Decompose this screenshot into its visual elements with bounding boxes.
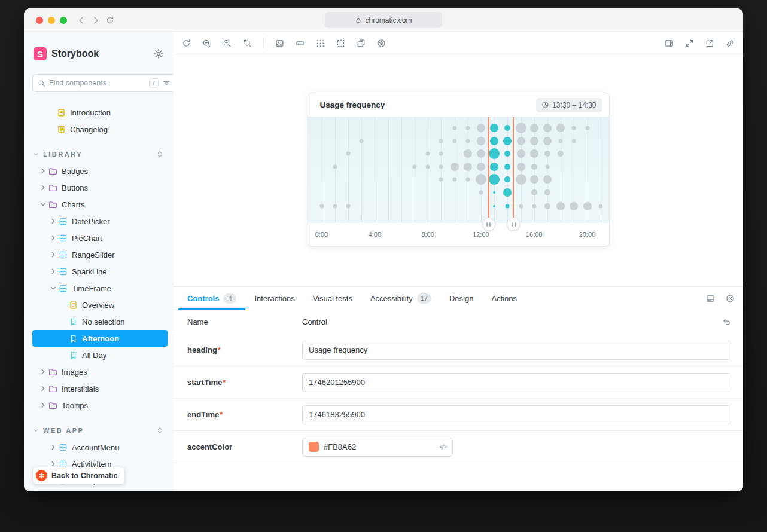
panel-position-icon[interactable] [665,39,674,48]
sidebar-item-afternoon[interactable]: Afternoon [32,330,168,347]
sidebar-item-changelog[interactable]: Changelog [32,121,168,137]
frequency-dot [504,164,510,170]
reset-controls-icon[interactable] [722,317,731,326]
chevron-right-icon[interactable] [39,401,47,409]
tab-actions[interactable]: Actions [482,287,526,310]
forward-icon[interactable] [91,16,101,25]
tab-design[interactable]: Design [440,287,482,310]
reload-icon[interactable] [105,16,115,25]
frequency-dot [489,174,500,185]
range-start-handle[interactable] [482,218,495,231]
sidebar-item-piechart[interactable]: PieChart [32,230,168,246]
sidebar-item-all-day[interactable]: All Day [32,347,168,363]
expand-collapse-icon[interactable] [156,150,164,158]
zoom-window-button[interactable] [60,17,67,24]
chevron-right-icon[interactable] [39,167,47,175]
frequency-dot [598,204,602,209]
sidebar-item-charts[interactable]: Charts [32,196,168,213]
close-panel-icon[interactable] [726,294,735,303]
sidebar-item-overview[interactable]: Overview [32,296,168,313]
accessibility-icon[interactable] [377,39,386,48]
color-control-accentColor[interactable]: #FB8A62</> [302,438,453,457]
frequency-dot [333,204,337,209]
frequency-dot [452,139,456,143]
frequency-dot [465,126,470,130]
text-control-endTime[interactable] [302,405,731,424]
frequency-dot [477,163,485,171]
text-control-heading[interactable] [302,341,731,360]
close-window-button[interactable] [36,17,43,24]
sidebar-item-interstitials[interactable]: Interstitials [32,380,168,397]
gridline [401,117,402,223]
sidebar-item-rangeslider[interactable]: RangeSlider [32,246,168,263]
zoom-in-icon[interactable] [202,39,211,48]
sidebar-item-label: Afternoon [82,334,119,343]
back-icon[interactable] [77,16,86,25]
zoom-out-icon[interactable] [223,39,232,48]
chevron-down-icon[interactable] [49,284,57,292]
bookmark-icon [69,317,78,326]
chevron-right-icon[interactable] [49,234,57,242]
sidebar-item-tooltips[interactable]: Tooltips [32,397,168,414]
chevron-right-icon[interactable] [49,267,57,276]
tab-visual-tests[interactable]: Visual tests [304,287,361,310]
sidebar-section-web-app[interactable]: WEB APP [32,422,168,439]
frequency-dot [530,175,538,184]
folder-icon [48,368,57,377]
range-start-line [488,117,489,223]
chevron-down-icon[interactable] [39,200,47,209]
frequency-dot [530,124,538,132]
background-icon[interactable] [275,39,284,48]
fullscreen-icon[interactable] [685,39,694,48]
remount-icon[interactable] [182,39,191,48]
frequency-dot [489,148,500,159]
chevron-right-icon[interactable] [49,443,57,451]
sidebar-item-no-selection[interactable]: No selection [32,313,168,330]
open-new-tab-icon[interactable] [705,39,714,48]
zoom-reset-icon[interactable] [243,39,252,48]
sidebar-item-introduction[interactable]: Introduction [32,104,168,121]
tab-accessibility[interactable]: Accessibility17 [361,287,440,310]
frequency-dot [516,174,526,185]
sidebar-item-sparkline[interactable]: SparkLine [32,263,168,280]
outline-icon[interactable] [336,39,345,48]
copy-link-icon[interactable] [726,39,735,48]
back-to-chromatic-button[interactable]: ✻ Back to Chromatic [32,467,125,484]
expand-collapse-icon[interactable] [156,426,164,435]
sidebar-item-timeframe[interactable]: TimeFrame [32,280,168,296]
minimize-window-button[interactable] [48,17,55,24]
gear-icon[interactable] [153,48,164,59]
sidebar-item-accountmenu[interactable]: AccountMenu [32,439,168,455]
search-input[interactable] [49,79,145,87]
sidebar-item-buttons[interactable]: Buttons [32,179,168,196]
panel-orientation-icon[interactable] [706,294,715,303]
measure-icon[interactable] [296,39,305,48]
card-title: Usage frequency [320,100,385,109]
sidebar-item-datepicker[interactable]: DatePicker [32,213,168,230]
chevron-right-icon[interactable] [49,217,57,225]
frequency-dot [477,137,485,145]
sidebar-item-badges[interactable]: Badges [32,163,168,179]
viewport-copies-icon[interactable] [357,39,366,48]
range-end-handle[interactable] [507,218,520,231]
text-control-startTime[interactable] [302,373,731,392]
sidebar-section-library[interactable]: LIBRARY [32,146,168,163]
chevron-right-icon[interactable] [39,368,47,376]
sidebar-item-images[interactable]: Images [32,363,168,380]
address-bar[interactable]: chromatic.com [325,12,442,28]
chevron-right-icon[interactable] [39,384,47,393]
toolbar-divider [263,38,264,48]
tab-interactions[interactable]: Interactions [245,287,303,310]
chevron-right-icon[interactable] [49,250,57,259]
folder-icon [48,401,57,410]
sidebar-item-label: Interstitials [62,384,99,393]
tab-label: Actions [491,294,517,303]
frequency-dot [490,163,498,171]
chevron-right-icon[interactable] [39,184,47,192]
grid-icon[interactable] [316,39,325,48]
tab-controls[interactable]: Controls4 [178,287,245,310]
frequency-dot [583,202,592,210]
search-box[interactable]: / [32,74,174,92]
code-icon[interactable]: </> [440,444,446,450]
filter-icon[interactable] [162,79,171,87]
